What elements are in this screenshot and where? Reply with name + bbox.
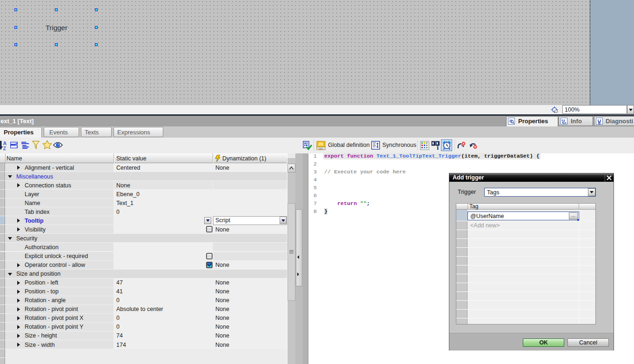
svg-text:i: i [437, 144, 439, 150]
svg-text:JS: JS [318, 142, 323, 146]
svg-text:Z: Z [3, 146, 7, 151]
svg-text:101: 101 [319, 147, 324, 151]
